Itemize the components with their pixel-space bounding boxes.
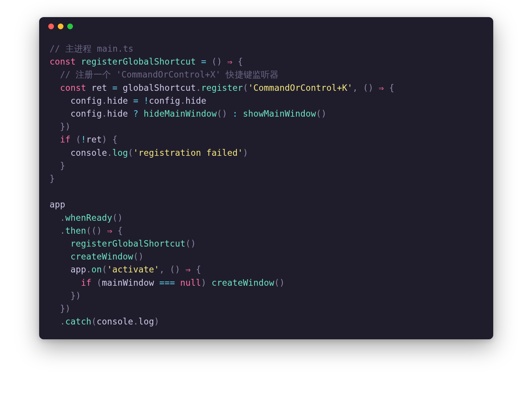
paren: ( (217, 109, 222, 119)
paren: ) (138, 252, 144, 261)
fn-register: register (201, 83, 243, 93)
paren: ) (321, 109, 326, 119)
id-log: log (138, 317, 154, 326)
paren: ( (212, 57, 217, 66)
comma: , (159, 264, 165, 274)
paren: ( (91, 317, 97, 326)
paren: ( (97, 278, 102, 288)
paren: ( (170, 264, 175, 274)
paren: ) (201, 278, 206, 288)
fn-catch: catch (65, 317, 92, 326)
comma: , (353, 83, 358, 93)
op-eqeqeq: === (159, 278, 175, 288)
paren: ) (97, 226, 102, 236)
string-literal: 'activate' (107, 264, 159, 274)
fn-on: on (92, 264, 102, 274)
brace: { (112, 135, 118, 144)
paren: ( (274, 278, 280, 288)
fn-registerGlobalShortcut: registerGlobalShortcut (81, 57, 196, 66)
fn-createWindow: createWindow (212, 278, 274, 288)
paren: ) (76, 291, 81, 301)
op-eq: = (201, 57, 206, 66)
keyword-if: if (81, 278, 92, 288)
fn-then: then (65, 226, 86, 236)
close-icon[interactable] (48, 24, 54, 29)
fn-whenReady: whenReady (65, 213, 112, 223)
id-hide: hide (185, 96, 206, 106)
paren: ( (363, 83, 368, 93)
paren: ( (128, 148, 133, 158)
id-ret: ret (91, 83, 107, 93)
keyword-const: const (60, 83, 86, 93)
keyword-if: if (60, 135, 71, 144)
paren: ( (316, 109, 321, 119)
brace: } (50, 174, 55, 184)
brace: { (117, 226, 123, 236)
paren: ( (133, 252, 138, 261)
paren: ( (76, 135, 81, 144)
id-console: console (71, 148, 107, 158)
dot: . (107, 148, 112, 158)
id-app: app (71, 264, 86, 274)
id-config: config (71, 109, 102, 119)
string-literal: 'CommandOrControl+K' (248, 83, 353, 93)
brace: { (389, 83, 394, 93)
arrow-icon: ⇒ (379, 83, 384, 93)
dot: . (86, 264, 92, 274)
brace: } (71, 291, 76, 301)
dot: . (133, 317, 138, 326)
dot: . (60, 213, 65, 223)
minimize-icon[interactable] (58, 24, 63, 29)
brace: } (60, 122, 65, 131)
fn-createWindow: createWindow (71, 252, 133, 261)
op-ternary-colon: : (233, 109, 238, 119)
arrow-icon: ⇒ (185, 264, 191, 274)
window-titlebar (39, 17, 493, 35)
id-config: config (71, 96, 102, 106)
paren: ) (102, 135, 107, 144)
fn-log: log (112, 148, 128, 158)
arrow-icon: ⇒ (227, 57, 233, 66)
dot: . (102, 109, 107, 119)
maximize-icon[interactable] (67, 24, 73, 29)
id-console: console (97, 317, 133, 326)
brace: } (60, 161, 65, 171)
dot: . (60, 226, 65, 236)
id-mainWindow: mainWindow (102, 278, 154, 288)
paren: ) (279, 278, 285, 288)
paren: ( (92, 226, 97, 236)
op-eq: = (112, 83, 117, 93)
string-literal: 'registration failed' (133, 148, 243, 158)
paren: ) (65, 304, 71, 313)
op-ternary-q: ? (133, 109, 138, 119)
dot: . (196, 83, 201, 93)
brace: { (238, 57, 243, 66)
id-hide: hide (107, 109, 128, 119)
paren: ) (191, 239, 196, 248)
op-eq: = (133, 96, 138, 106)
id-config: config (149, 96, 180, 106)
fn-hideMainWindow: hideMainWindow (144, 109, 217, 119)
paren: ) (243, 148, 248, 158)
paren: ( (243, 83, 248, 93)
paren: ) (368, 83, 374, 93)
code-window: // 主进程 main.ts const registerGlobalShort… (39, 17, 493, 339)
fn-registerGlobalShortcut: registerGlobalShortcut (71, 239, 185, 248)
dot: . (180, 96, 185, 106)
comment-line: // 主进程 main.ts (50, 44, 134, 54)
id-app: app (50, 199, 65, 209)
null-literal: null (180, 278, 201, 288)
paren: ( (185, 239, 191, 248)
dot: . (60, 317, 65, 326)
id-ret: ret (86, 135, 102, 144)
comment-line: // 注册一个 'CommandOrControl+X' 快捷键监听器 (60, 70, 279, 79)
paren: ) (222, 109, 227, 119)
arrow-icon: ⇒ (107, 226, 112, 236)
id-globalShortcut: globalShortcut (123, 83, 196, 93)
paren: ( (86, 226, 92, 236)
brace: } (60, 304, 65, 313)
code-block: // 主进程 main.ts const registerGlobalShort… (39, 35, 493, 328)
id-hide: hide (107, 96, 128, 106)
brace: { (196, 264, 201, 274)
op-bang: ! (81, 135, 86, 144)
